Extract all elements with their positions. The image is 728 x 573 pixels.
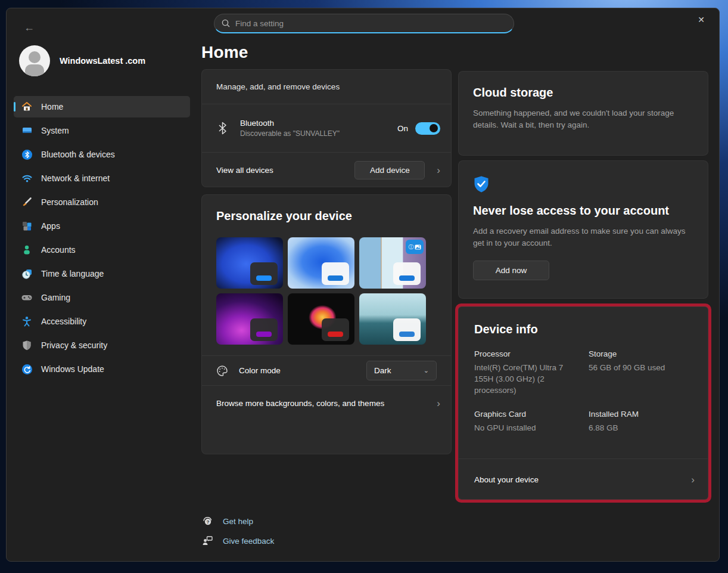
account-card-title: Never lose access to your account bbox=[473, 204, 693, 218]
add-device-button[interactable]: Add device bbox=[354, 161, 425, 179]
update-icon bbox=[21, 363, 33, 375]
theme-grid: ⓘ bbox=[202, 233, 451, 355]
shield-check-icon bbox=[473, 175, 693, 196]
sidebar-nav: Home System Bluetooth & devices Network … bbox=[14, 96, 190, 380]
sidebar-item-system[interactable]: System bbox=[14, 120, 190, 141]
device-info-grid: Processor Intel(R) Core(TM) Ultra 7 155H… bbox=[474, 349, 692, 434]
gamepad-icon bbox=[21, 292, 33, 303]
theme-thumbnail-1[interactable] bbox=[216, 237, 283, 289]
accessibility-icon bbox=[21, 315, 33, 327]
browse-themes-row[interactable]: Browse more backgrounds, colors, and the… bbox=[202, 386, 451, 420]
sidebar-item-label: Gaming bbox=[41, 293, 70, 302]
feedback-icon bbox=[201, 535, 213, 547]
shield-icon bbox=[21, 339, 33, 351]
settings-window: ← ✕ WindowsLatest .com Home bbox=[6, 8, 720, 562]
sidebar-item-home[interactable]: Home bbox=[14, 96, 190, 117]
search-icon bbox=[222, 19, 230, 27]
bluetooth-title: Bluetooth bbox=[240, 119, 385, 128]
sidebar-item-accounts[interactable]: Accounts bbox=[14, 239, 190, 261]
wifi-icon bbox=[21, 172, 33, 184]
sidebar-item-label: Accounts bbox=[41, 245, 76, 255]
page-title: Home bbox=[201, 43, 248, 62]
theme-thumbnail-2[interactable] bbox=[288, 237, 354, 289]
bluetooth-devices-card: Manage, add, and remove devices Bluetoot… bbox=[201, 69, 452, 187]
brush-icon bbox=[21, 196, 33, 208]
account-card-body: Add a recovery email address to make sur… bbox=[473, 225, 693, 249]
sidebar: WindowsLatest .com Home System Bluetooth… bbox=[7, 8, 196, 561]
theme-thumbnail-5[interactable] bbox=[288, 293, 354, 345]
chevron-right-icon: › bbox=[691, 475, 695, 485]
palette-icon bbox=[216, 365, 228, 377]
bluetooth-toggle[interactable] bbox=[415, 122, 440, 135]
about-your-device-row[interactable]: About your device › bbox=[459, 460, 708, 499]
svg-text:?: ? bbox=[207, 519, 210, 525]
sidebar-item-personalization[interactable]: Personalization bbox=[14, 191, 190, 213]
theme-thumbnail-6[interactable] bbox=[359, 293, 426, 345]
sidebar-item-apps[interactable]: Apps bbox=[14, 215, 190, 237]
sidebar-item-label: Apps bbox=[41, 221, 60, 231]
cloud-storage-card: Cloud storage Something happened, and we… bbox=[458, 71, 708, 156]
toggle-state-label: On bbox=[397, 124, 408, 133]
personalize-card: Personalize your device ⓘ bbox=[201, 194, 452, 454]
device-field-processor: Processor Intel(R) Core(TM) Ultra 7 155H… bbox=[474, 349, 578, 397]
sidebar-item-bluetooth-devices[interactable]: Bluetooth & devices bbox=[14, 144, 190, 165]
sidebar-item-network-internet[interactable]: Network & internet bbox=[14, 168, 190, 189]
sidebar-item-label: Network & internet bbox=[41, 174, 110, 183]
divider bbox=[459, 459, 708, 459]
get-help-icon: ? bbox=[201, 515, 213, 527]
give-feedback-link[interactable]: Give feedback bbox=[201, 535, 274, 547]
chevron-down-icon: ⌄ bbox=[424, 367, 429, 374]
red-highlight-annotation: Device info Processor Intel(R) Core(TM) … bbox=[455, 303, 711, 503]
apps-icon bbox=[21, 220, 33, 232]
sidebar-item-label: System bbox=[41, 126, 69, 135]
sidebar-item-label: Windows Update bbox=[41, 364, 104, 374]
sidebar-item-label: Time & language bbox=[41, 269, 104, 278]
sidebar-item-accessibility[interactable]: Accessibility bbox=[14, 311, 190, 332]
theme-thumbnail-3[interactable]: ⓘ bbox=[359, 237, 426, 289]
device-info-title: Device info bbox=[474, 323, 692, 336]
add-now-button[interactable]: Add now bbox=[473, 261, 549, 280]
sidebar-item-label: Personalization bbox=[41, 197, 98, 207]
clock-icon bbox=[21, 268, 33, 280]
spotlight-badge-icon: ⓘ bbox=[406, 240, 424, 254]
sidebar-item-windows-update[interactable]: Windows Update bbox=[14, 358, 190, 380]
sidebar-item-time-language[interactable]: Time & language bbox=[14, 263, 190, 284]
color-mode-dropdown[interactable]: Dark ⌄ bbox=[366, 361, 437, 380]
device-field-graphics: Graphics Card No GPU installed bbox=[474, 410, 578, 434]
search-input[interactable] bbox=[235, 19, 506, 28]
view-all-devices-row[interactable]: View all devices Add device › bbox=[202, 153, 451, 188]
home-icon bbox=[21, 101, 33, 113]
user-name: WindowsLatest .com bbox=[60, 56, 145, 66]
sidebar-item-gaming[interactable]: Gaming bbox=[14, 287, 190, 308]
sidebar-item-label: Bluetooth & devices bbox=[41, 150, 115, 159]
device-field-storage: Storage 56 GB of 90 GB used bbox=[589, 349, 692, 397]
chevron-right-icon: › bbox=[437, 398, 440, 408]
footer-links: ? Get help Give feedback bbox=[201, 515, 274, 547]
user-profile[interactable]: WindowsLatest .com bbox=[19, 45, 145, 76]
color-mode-label: Color mode bbox=[239, 366, 356, 375]
sidebar-item-label: Accessibility bbox=[41, 317, 86, 326]
device-info-card: Device info Processor Intel(R) Core(TM) … bbox=[458, 306, 708, 500]
bluetooth-subtitle: Discoverable as "SUNVALLEY" bbox=[240, 129, 385, 138]
cloud-storage-body: Something happened, and we couldn't load… bbox=[473, 107, 693, 131]
color-mode-row: Color mode Dark ⌄ bbox=[202, 356, 451, 385]
manage-devices-row[interactable]: Manage, add, and remove devices bbox=[202, 70, 451, 104]
avatar bbox=[19, 45, 50, 76]
chevron-right-icon: › bbox=[437, 165, 440, 175]
bluetooth-row: Bluetooth Discoverable as "SUNVALLEY" On bbox=[202, 104, 451, 152]
sidebar-item-privacy-security[interactable]: Privacy & security bbox=[14, 334, 190, 356]
device-field-ram: Installed RAM 6.88 GB bbox=[589, 410, 692, 434]
search-box[interactable] bbox=[214, 14, 514, 33]
sidebar-item-label: Privacy & security bbox=[41, 340, 107, 350]
accounts-icon bbox=[21, 244, 33, 256]
bluetooth-glyph-icon bbox=[216, 122, 228, 134]
close-icon[interactable]: ✕ bbox=[688, 10, 714, 30]
account-recovery-card: Never lose access to your account Add a … bbox=[458, 160, 708, 299]
get-help-link[interactable]: ? Get help bbox=[201, 515, 274, 527]
cloud-storage-title: Cloud storage bbox=[473, 86, 693, 100]
bluetooth-icon bbox=[21, 148, 33, 160]
theme-thumbnail-4[interactable] bbox=[216, 293, 283, 345]
sidebar-item-label: Home bbox=[41, 102, 63, 111]
system-icon bbox=[21, 125, 33, 137]
personalize-title: Personalize your device bbox=[202, 195, 451, 233]
